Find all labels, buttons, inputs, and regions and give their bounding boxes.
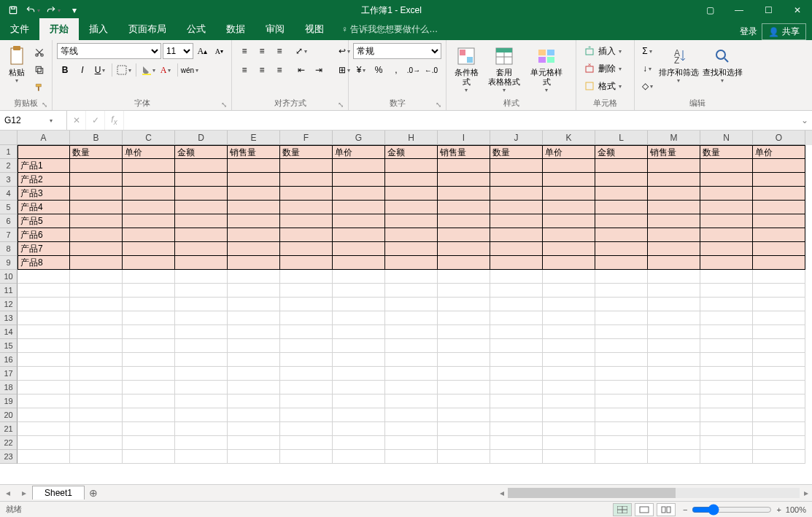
cell[interactable] [18, 436, 70, 450]
cell[interactable] [385, 298, 438, 311]
cell[interactable] [175, 242, 228, 256]
cell[interactable] [18, 311, 70, 325]
cell[interactable] [175, 394, 228, 408]
cell[interactable] [18, 353, 70, 367]
cell[interactable] [490, 284, 543, 298]
cell[interactable]: 单价 [543, 145, 595, 159]
cell[interactable] [280, 311, 333, 325]
cell[interactable] [18, 367, 70, 381]
cell[interactable] [595, 228, 648, 242]
cell[interactable] [385, 214, 438, 228]
cell[interactable] [333, 228, 385, 242]
cell[interactable] [543, 436, 595, 450]
cell[interactable] [595, 214, 648, 228]
cell[interactable] [333, 173, 385, 187]
cell[interactable] [700, 436, 753, 450]
cell[interactable] [753, 339, 805, 353]
cell[interactable] [438, 298, 490, 311]
cell[interactable] [490, 353, 543, 367]
cell[interactable] [70, 339, 123, 353]
cell[interactable] [123, 408, 175, 422]
cell[interactable] [175, 173, 228, 187]
cell[interactable] [438, 284, 490, 298]
cell[interactable] [280, 353, 333, 367]
cell[interactable] [700, 298, 753, 311]
cell[interactable] [700, 450, 753, 464]
cell[interactable] [280, 422, 333, 436]
cell[interactable] [385, 256, 438, 270]
cell[interactable]: 单价 [753, 145, 805, 159]
cell[interactable] [385, 159, 438, 173]
cell[interactable] [753, 187, 805, 201]
cell[interactable] [490, 242, 543, 256]
cell[interactable] [753, 214, 805, 228]
cell[interactable] [333, 311, 385, 325]
cell[interactable] [648, 270, 700, 284]
cell[interactable] [228, 450, 280, 464]
decrease-decimal-button[interactable]: ←.0 [423, 62, 439, 78]
col-header[interactable]: I [438, 131, 490, 145]
cell[interactable] [490, 187, 543, 201]
format-cells-button[interactable]: 格式▾ [581, 78, 627, 94]
cell[interactable] [70, 436, 123, 450]
cell[interactable] [753, 228, 805, 242]
fill-color-button[interactable] [140, 62, 156, 78]
format-as-table-button[interactable]: 套用 表格格式▾ [484, 43, 524, 93]
cell[interactable] [175, 408, 228, 422]
cell[interactable] [700, 242, 753, 256]
cell[interactable] [543, 256, 595, 270]
cell[interactable] [70, 408, 123, 422]
paste-button[interactable]: 粘贴 ▾ [4, 43, 28, 84]
cell[interactable] [753, 242, 805, 256]
tab-公式[interactable]: 公式 [177, 18, 216, 40]
zoom-in-button[interactable]: + [776, 505, 781, 514]
cell[interactable] [543, 422, 595, 436]
conditional-format-button[interactable]: 条件格式▾ [451, 43, 482, 93]
cell[interactable] [280, 159, 333, 173]
insert-function-icon[interactable]: fx [105, 111, 124, 130]
cell[interactable] [70, 353, 123, 367]
row-header[interactable]: 16 [0, 353, 18, 367]
cell[interactable] [123, 284, 175, 298]
italic-button[interactable]: I [74, 62, 90, 78]
clear-button[interactable]: ◇ [639, 78, 655, 94]
cell[interactable] [438, 422, 490, 436]
cell[interactable] [490, 381, 543, 394]
cell[interactable] [543, 173, 595, 187]
format-painter-button[interactable] [31, 79, 47, 96]
cell[interactable] [280, 339, 333, 353]
cell[interactable] [490, 311, 543, 325]
cell[interactable] [543, 394, 595, 408]
cell[interactable] [490, 298, 543, 311]
cell[interactable] [385, 325, 438, 339]
cell[interactable] [700, 325, 753, 339]
cell[interactable] [648, 214, 700, 228]
cell[interactable] [175, 201, 228, 214]
bold-button[interactable]: B [57, 62, 73, 78]
share-button[interactable]: 👤 共享 [762, 23, 806, 40]
increase-decimal-button[interactable]: .0→ [406, 62, 422, 78]
cell[interactable] [228, 228, 280, 242]
cell[interactable] [280, 408, 333, 422]
delete-cells-button[interactable]: ×删除▾ [581, 61, 627, 77]
cell[interactable] [385, 284, 438, 298]
align-left-button[interactable]: ≡ [236, 62, 252, 78]
cell[interactable] [123, 256, 175, 270]
insert-cells-button[interactable]: +插入▾ [581, 43, 627, 59]
cell[interactable] [280, 242, 333, 256]
cell[interactable] [490, 159, 543, 173]
cell[interactable] [333, 201, 385, 214]
cell[interactable] [543, 450, 595, 464]
cell[interactable] [228, 242, 280, 256]
name-box[interactable]: ▾ [0, 111, 67, 130]
cell[interactable] [123, 325, 175, 339]
cell[interactable] [700, 201, 753, 214]
cell[interactable]: 产品6 [18, 228, 70, 242]
cell[interactable] [70, 367, 123, 381]
cell[interactable] [123, 173, 175, 187]
cell[interactable] [228, 422, 280, 436]
cell[interactable] [333, 436, 385, 450]
cell[interactable] [438, 173, 490, 187]
cell[interactable] [175, 311, 228, 325]
cell[interactable] [70, 228, 123, 242]
